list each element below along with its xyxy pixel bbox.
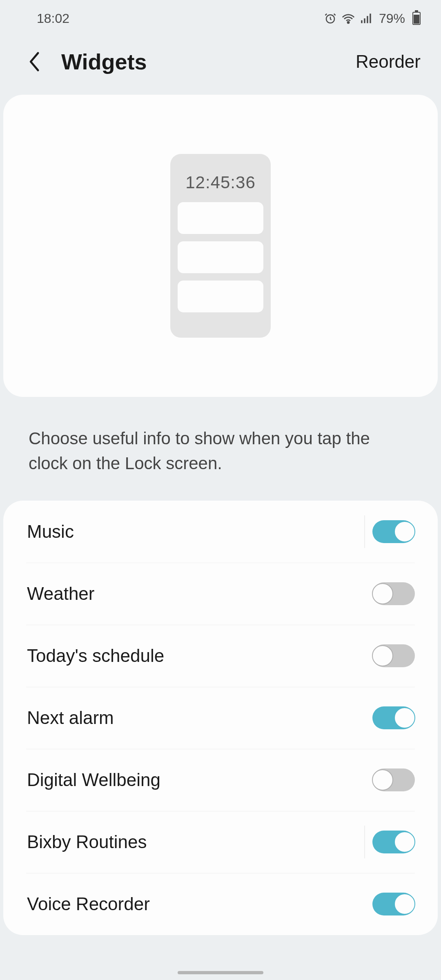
widget-row[interactable]: Voice Recorder — [7, 873, 434, 935]
widget-row[interactable]: Weather — [7, 563, 434, 625]
widget-label: Weather — [27, 584, 95, 604]
status-time: 18:02 — [37, 11, 69, 26]
widget-label: Bixby Routines — [27, 832, 147, 852]
toggle-switch[interactable] — [372, 893, 415, 915]
preview-clock: 12:45:36 — [178, 161, 263, 202]
alarm-icon — [324, 12, 336, 24]
preview-slot — [178, 241, 263, 273]
toggle-switch[interactable] — [372, 706, 415, 729]
reorder-button[interactable]: Reorder — [356, 51, 421, 72]
chevron-left-icon — [27, 51, 42, 72]
preview-card: 12:45:36 — [3, 95, 438, 397]
svg-rect-4 — [367, 16, 368, 23]
svg-rect-2 — [361, 20, 363, 23]
toggle-switch[interactable] — [372, 644, 415, 667]
svg-rect-3 — [364, 18, 365, 23]
widget-label: Today's schedule — [27, 646, 164, 666]
widgets-list: MusicWeatherToday's scheduleNext alarmDi… — [3, 501, 438, 935]
wifi-icon — [341, 12, 355, 24]
toggle-switch[interactable] — [372, 582, 415, 605]
phone-preview: 12:45:36 — [170, 154, 271, 338]
widget-row[interactable]: Bixby Routines — [7, 811, 434, 873]
widget-label: Digital Wellbeing — [27, 770, 160, 790]
widget-label: Next alarm — [27, 708, 114, 728]
battery-percentage: 79% — [379, 11, 405, 26]
description-text: Choose useful info to show when you tap … — [0, 397, 441, 501]
vertical-separator — [364, 515, 365, 548]
nav-handle[interactable] — [178, 971, 263, 974]
widget-row[interactable]: Next alarm — [7, 687, 434, 749]
widget-label: Music — [27, 521, 74, 542]
status-right: 79% — [324, 11, 421, 26]
status-bar: 18:02 79% — [0, 0, 441, 37]
header: Widgets Reorder — [0, 37, 441, 95]
widget-row[interactable]: Music — [7, 501, 434, 563]
svg-point-1 — [347, 22, 349, 23]
toggle-switch[interactable] — [372, 831, 415, 853]
toggle-switch[interactable] — [372, 520, 415, 543]
widget-row[interactable]: Digital Wellbeing — [7, 749, 434, 811]
signal-icon — [360, 13, 372, 24]
svg-rect-5 — [370, 13, 371, 23]
widget-row[interactable]: Today's schedule — [7, 625, 434, 687]
widget-label: Voice Recorder — [27, 894, 150, 914]
toggle-switch[interactable] — [372, 768, 415, 791]
preview-slot — [178, 281, 263, 312]
preview-slot — [178, 202, 263, 234]
vertical-separator — [364, 826, 365, 858]
page-title: Widgets — [61, 49, 147, 74]
battery-icon — [412, 12, 421, 25]
back-button[interactable] — [24, 51, 45, 72]
